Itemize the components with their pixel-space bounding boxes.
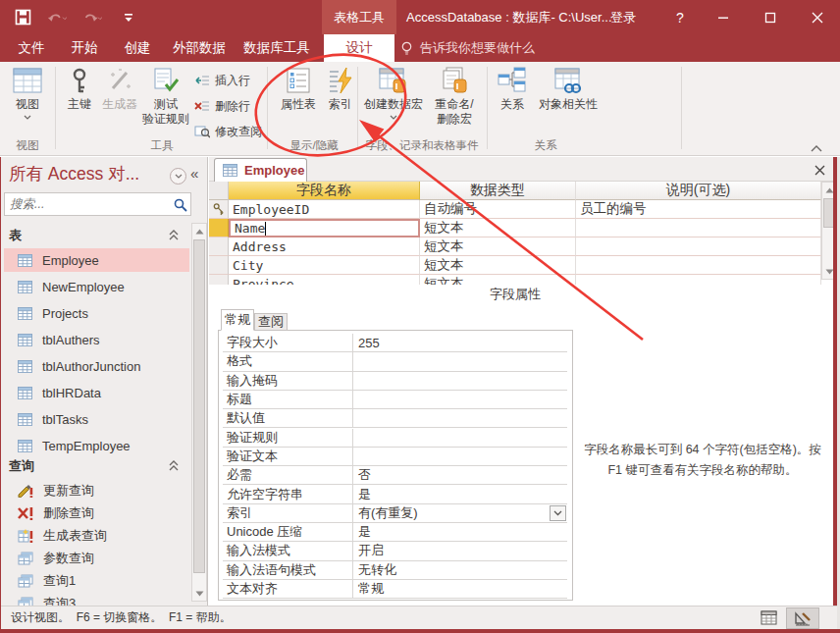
help-button[interactable]: ?	[665, 0, 695, 34]
property-row[interactable]: Unicode 压缩是	[223, 523, 567, 542]
row-selector[interactable]	[209, 256, 229, 275]
tab-home[interactable]: 开始	[61, 34, 108, 62]
undo-button[interactable]	[47, 7, 69, 28]
delete-rows-button[interactable]: 删除行	[194, 95, 250, 117]
field-row[interactable]: Address 短文本	[209, 237, 821, 256]
field-name-cell[interactable]: City	[229, 256, 420, 275]
property-row[interactable]: 标题	[223, 391, 567, 409]
row-selector-current[interactable]	[209, 219, 229, 237]
column-header-description[interactable]: 说明(可选)	[576, 182, 821, 200]
property-row[interactable]: 验证文本	[223, 448, 567, 466]
tab-design[interactable]: 设计	[324, 34, 394, 62]
contextual-tab-group[interactable]: 表格工具	[322, 0, 396, 34]
data-type-cell[interactable]: 短文本	[420, 237, 576, 256]
view-button[interactable]: 视图	[6, 67, 49, 120]
property-row-indexed[interactable]: 索引 有(有重复)	[223, 504, 567, 523]
column-header-data-type[interactable]: 数据类型	[420, 182, 576, 200]
tab-file[interactable]: 文件	[8, 34, 55, 62]
data-type-cell[interactable]: 自动编号	[420, 200, 576, 219]
save-button[interactable]	[12, 7, 33, 28]
description-cell[interactable]	[576, 256, 821, 275]
field-row[interactable]: EmployeeID 自动编号 员工的编号	[209, 200, 821, 219]
property-row[interactable]: 文本对齐常规	[223, 580, 567, 599]
search-box[interactable]	[4, 192, 191, 216]
property-row[interactable]: 默认值	[223, 409, 567, 428]
datasheet-view-button[interactable]	[756, 607, 782, 629]
minimize-button[interactable]	[701, 0, 746, 34]
nav-item-query[interactable]: 参数查询	[4, 547, 189, 569]
modify-lookups-button[interactable]: 修改查阅	[194, 121, 262, 142]
property-row[interactable]: 输入法语句模式无转化	[223, 561, 567, 580]
nav-item-table[interactable]: tblAuthorJunction	[4, 354, 189, 378]
nav-item-query[interactable]: 删除查询	[4, 501, 189, 524]
nav-item-table[interactable]: NewEmployee	[4, 275, 189, 298]
indexes-button[interactable]: 索引	[322, 67, 359, 112]
search-input[interactable]	[10, 195, 167, 213]
primary-key-button[interactable]: 主键	[61, 67, 98, 112]
search-icon[interactable]	[174, 198, 187, 212]
property-row[interactable]: 字段大小255	[223, 334, 567, 352]
customize-qat-button[interactable]	[118, 7, 139, 28]
property-row[interactable]: 必需否	[223, 466, 567, 485]
field-row[interactable]: Province 短文本	[209, 275, 821, 285]
tell-me-box[interactable]: 告诉我你想要做什么	[400, 34, 535, 62]
sign-in-button[interactable]: 登录	[601, 0, 646, 34]
nav-item-table[interactable]: TempEmployee	[4, 434, 189, 457]
nav-item-table[interactable]: tblHRData	[4, 381, 189, 404]
nav-item-table[interactable]: Projects	[4, 301, 189, 325]
tab-create[interactable]: 创建	[114, 34, 161, 62]
property-row[interactable]: 格式	[223, 352, 567, 371]
tab-database-tools[interactable]: 数据库工具	[237, 34, 316, 62]
description-cell[interactable]	[576, 275, 821, 285]
nav-pane-menu-button[interactable]	[170, 168, 186, 185]
field-name-cell[interactable]: Address	[229, 237, 420, 256]
description-cell[interactable]	[576, 237, 821, 256]
field-name-cell-editing[interactable]: Name	[229, 219, 420, 237]
data-type-cell[interactable]: 短文本	[420, 219, 576, 237]
row-selector[interactable]	[209, 275, 229, 285]
insert-rows-button[interactable]: 插入行	[194, 70, 250, 91]
document-tab-employee[interactable]: Employee	[214, 158, 307, 182]
close-button[interactable]	[795, 0, 840, 34]
property-row[interactable]: 输入掩码	[223, 372, 567, 391]
nav-item-table[interactable]: tblAuthers	[4, 328, 189, 351]
row-selector[interactable]	[209, 200, 229, 219]
property-row[interactable]: 输入法模式开启	[223, 542, 567, 560]
column-header-field-name[interactable]: 字段名称	[229, 182, 420, 200]
field-name-cell[interactable]: EmployeeID	[229, 200, 420, 219]
nav-item-query[interactable]: 更新查询	[4, 479, 189, 501]
rename-delete-macro-button[interactable]: 重命名/删除宏	[426, 67, 483, 127]
field-row[interactable]: City 短文本	[209, 256, 821, 275]
property-sheet-button[interactable]: 属性表	[277, 67, 320, 112]
indexed-dropdown-button[interactable]	[550, 505, 566, 521]
redo-button[interactable]	[82, 7, 104, 28]
test-validation-rules-button[interactable]: 测试验证规则	[139, 67, 192, 127]
data-type-cell[interactable]: 短文本	[420, 275, 576, 285]
queries-group-header[interactable]: 查询	[9, 457, 34, 475]
create-data-macros-button[interactable]: 创建数据宏	[363, 67, 424, 120]
maximize-button[interactable]	[748, 0, 793, 34]
collapse-group-icon[interactable]	[168, 460, 180, 471]
nav-item-query[interactable]: 查询1	[4, 569, 189, 592]
collapse-ribbon-button[interactable]	[811, 140, 822, 155]
tab-general[interactable]: 常规	[221, 309, 254, 331]
relationships-button[interactable]: 关系	[493, 67, 532, 112]
scrollbar-thumb[interactable]	[193, 239, 205, 573]
document-close-button[interactable]	[811, 161, 828, 179]
description-cell[interactable]	[576, 219, 821, 237]
sidebar-scrollbar[interactable]	[191, 223, 207, 602]
collapse-group-icon[interactable]	[168, 230, 180, 240]
nav-item-table[interactable]: Employee	[4, 248, 189, 272]
tables-group-header[interactable]: 表	[9, 227, 22, 244]
data-type-cell[interactable]: 短文本	[420, 256, 576, 275]
nav-pane-title[interactable]: 所有 Access 对...	[9, 162, 139, 185]
nav-item-query[interactable]: 生成表查询	[4, 524, 189, 547]
tab-external-data[interactable]: 外部数据	[167, 34, 232, 62]
object-dependencies-button[interactable]: 对象相关性	[536, 67, 601, 112]
description-cell[interactable]: 员工的编号	[576, 200, 821, 219]
property-row[interactable]: 允许空字符串是	[223, 485, 567, 503]
field-row-current[interactable]: Name 短文本	[209, 219, 821, 237]
design-view-button[interactable]	[786, 607, 819, 629]
nav-item-table[interactable]: tblTasks	[4, 407, 189, 431]
property-row[interactable]: 验证规则	[223, 429, 567, 448]
